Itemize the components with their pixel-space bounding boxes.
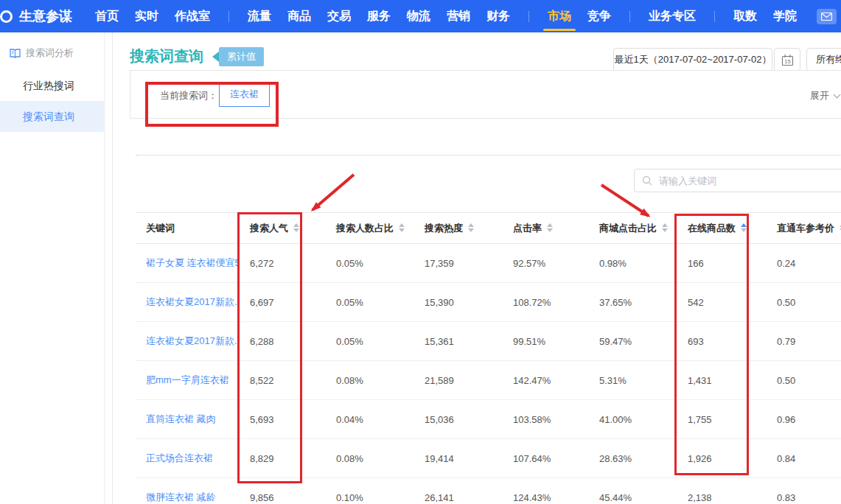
calendar-button[interactable]: 15 [774, 48, 800, 71]
cell-search-popularity: 5,693 [240, 400, 326, 439]
keyword-link[interactable]: 连衣裙女夏2017新款... [136, 322, 240, 361]
cell-online-products: 166 [677, 244, 767, 283]
sort-icon-ctr[interactable] [547, 223, 553, 232]
nav-item-取数[interactable]: 取数 [733, 0, 757, 32]
nav-item-交易[interactable]: 交易 [327, 0, 351, 32]
sort-icon-online-products[interactable] [741, 223, 747, 232]
cell-ctr: 142.47% [503, 361, 589, 400]
cell-search-heat: 15,036 [414, 400, 503, 439]
keyword-search-box [634, 169, 841, 192]
column-header-search-heat[interactable]: 搜索热度 [414, 213, 503, 244]
cell-search-heat: 21,589 [414, 361, 503, 400]
mail-icon[interactable] [817, 9, 837, 24]
nav-item-物流[interactable]: 物流 [407, 0, 430, 32]
table-row: 连衣裙女夏2017新款...6,6970.05%15,390108.72%37.… [136, 283, 841, 322]
keyword-link[interactable]: 直筒连衣裙 藏肉 [136, 400, 240, 439]
cell-search-popularity: 6,272 [240, 244, 326, 283]
cell-search-popularity: 6,697 [240, 283, 326, 322]
cell-ztc-price: 0.84 [767, 439, 841, 478]
page-title: 搜索词查询 累计值 [130, 46, 264, 66]
cell-search-heat: 15,390 [414, 283, 503, 322]
search-icon [642, 175, 652, 186]
nav-item-服务[interactable]: 服务 [367, 0, 391, 32]
cell-online-products: 542 [677, 283, 767, 322]
nav-item-财务[interactable]: 财务 [486, 0, 510, 32]
nav-item-市场[interactable]: 市场 [548, 0, 571, 32]
sort-icon-searcher-ratio[interactable] [399, 223, 405, 232]
sort-icon-search-popularity[interactable] [293, 223, 299, 232]
cell-mall-click-ratio: 41.00% [589, 400, 677, 439]
cell-mall-click-ratio: 0.98% [589, 244, 677, 283]
cell-mall-click-ratio: 45.44% [589, 478, 677, 504]
nav-divider [228, 11, 229, 22]
current-keyword-panel: 当前搜索词： 连衣裙 展开 [130, 70, 841, 119]
cell-ctr: 108.72% [503, 283, 589, 322]
cell-ztc-price: 0.96 [767, 400, 841, 439]
cell-search-popularity: 8,829 [240, 439, 326, 478]
cell-search-heat: 15,361 [414, 322, 503, 361]
keyword-link[interactable]: 肥mm一字肩连衣裙 [136, 361, 240, 400]
sort-icon-mall-click-ratio[interactable] [662, 223, 668, 232]
svg-text:15: 15 [784, 58, 790, 65]
cell-searcher-ratio: 0.08% [326, 439, 414, 478]
column-header-online-products[interactable]: 在线商品数 [677, 213, 767, 244]
keyword-link[interactable]: 微胖连衣裙 减龄 [136, 478, 240, 504]
nav-item-商品[interactable]: 商品 [287, 0, 311, 32]
cell-mall-click-ratio: 28.63% [589, 439, 677, 478]
table-row: 裙子女夏 连衣裙便宜5...6,2720.05%17,35992.57%0.98… [136, 244, 841, 283]
nav-divider [714, 11, 715, 22]
keyword-link[interactable]: 连衣裙女夏2017新款... [136, 283, 240, 322]
cell-search-popularity: 8,522 [240, 361, 326, 400]
terminal-select[interactable]: 所有终端 [806, 48, 841, 71]
table-row: 连衣裙女夏2017新款...6,2880.05%15,36199.51%59.4… [136, 322, 841, 361]
keyword-link[interactable]: 正式场合连衣裙 [136, 439, 240, 478]
nav-item-实时[interactable]: 实时 [135, 0, 158, 32]
cell-search-heat: 26,141 [414, 478, 503, 504]
column-header-ctr[interactable]: 点击率 [503, 213, 589, 244]
cell-ctr: 99.51% [503, 322, 589, 361]
cell-searcher-ratio: 0.05% [326, 244, 414, 283]
search-input[interactable] [657, 175, 827, 187]
table-row: 正式场合连衣裙8,8290.08%19,414107.64%28.63%1,92… [136, 439, 841, 478]
nav-item-营销[interactable]: 营销 [447, 0, 470, 32]
nav-item-学院[interactable]: 学院 [773, 0, 797, 32]
table-row: 肥mm一字肩连衣裙8,5220.08%21,589142.47%5.31%1,4… [136, 361, 841, 400]
cell-searcher-ratio: 0.08% [326, 361, 414, 400]
cell-ztc-price: 0.83 [767, 478, 841, 504]
sidebar-item-搜索词查询[interactable]: 搜索词查询 [0, 101, 104, 132]
column-header-searcher-ratio[interactable]: 搜索人数占比 [326, 213, 414, 244]
cell-search-heat: 19,414 [414, 439, 503, 478]
calendar-icon: 15 [781, 54, 794, 66]
cell-online-products: 1,755 [677, 400, 767, 439]
nav-item-首页[interactable]: 首页 [95, 0, 119, 32]
nav-item-作战室[interactable]: 作战室 [175, 0, 210, 32]
nav-item-流量[interactable]: 流量 [248, 0, 271, 32]
cell-searcher-ratio: 0.05% [326, 283, 414, 322]
current-keyword-chip[interactable]: 连衣裙 [219, 82, 270, 107]
cell-searcher-ratio: 0.05% [326, 322, 414, 361]
column-header-ztc-price[interactable]: 直通车参考价 [767, 213, 841, 244]
cell-search-heat: 17,359 [414, 244, 503, 283]
nav-item-业务专区[interactable]: 业务专区 [649, 0, 696, 32]
keyword-link[interactable]: 裙子女夏 连衣裙便宜5... [136, 244, 240, 283]
column-header-mall-click-ratio[interactable]: 商城点击占比 [589, 213, 677, 244]
sidebar: 搜索词分析 行业热搜词搜索词查询 [0, 32, 105, 504]
brand[interactable]: 生意参谋 [10, 7, 72, 25]
cell-search-popularity: 9,856 [240, 478, 326, 504]
cell-ctr: 124.43% [503, 478, 589, 504]
cell-search-popularity: 6,288 [240, 322, 326, 361]
cell-searcher-ratio: 0.10% [326, 478, 414, 504]
column-header-keyword: 关键词 [136, 213, 240, 244]
page: 生意参谋 首页实时作战室流量商品交易服务物流营销财务市场竞争业务专区取数学院 搜… [0, 0, 841, 504]
nav-item-竞争[interactable]: 竞争 [587, 0, 611, 32]
badge-arrow-icon [212, 52, 219, 62]
sidebar-items: 行业热搜词搜索词查询 [0, 70, 104, 132]
cell-ctr: 107.64% [503, 439, 589, 478]
date-range-button[interactable]: 最近1天（2017-07-02~2017-07-02） [613, 48, 772, 71]
sort-icon-search-heat[interactable] [468, 223, 474, 232]
sidebar-item-行业热搜词[interactable]: 行业热搜词 [0, 70, 104, 101]
dotted-divider [136, 155, 841, 155]
expand-button[interactable]: 展开 [810, 89, 840, 102]
column-header-search-popularity[interactable]: 搜索人气 [240, 213, 326, 244]
nav-divider [629, 11, 630, 22]
